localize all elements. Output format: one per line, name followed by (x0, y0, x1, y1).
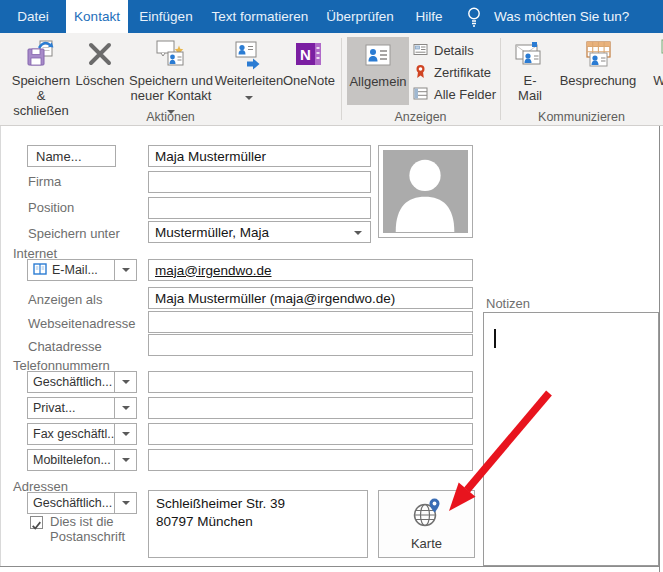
onenote-icon: N (293, 38, 325, 70)
ribbon: Speichern & schließen Löschen (0, 33, 663, 126)
tel-fax-label: Fax geschäftl.... (33, 427, 114, 441)
save-new-contact-button[interactable]: Speichern und neuer Kontakt (126, 36, 216, 108)
tel-privat-label: Privat... (33, 401, 75, 415)
alle-felder-label: Alle Felder (434, 87, 496, 102)
contact-card-icon (362, 39, 394, 71)
tel-geschaeftlich-split-button[interactable]: Geschäftlich... (27, 371, 137, 393)
tab-datei[interactable]: Datei (8, 0, 58, 33)
tel-fax-input[interactable] (148, 423, 473, 445)
alle-felder-button[interactable]: Alle Felder (413, 86, 496, 103)
group-label-aktionen: Aktionen (0, 109, 341, 125)
tab-kontakt[interactable]: Kontakt (66, 0, 128, 33)
contact-photo-placeholder[interactable] (378, 145, 473, 238)
tel-mobil-dropdown-arrow[interactable] (114, 450, 136, 470)
adresse-geschaeftlich-split-button[interactable]: Geschäftlich... (27, 492, 137, 514)
onenote-button[interactable]: N OneNote (282, 36, 336, 108)
tab-hilfe[interactable]: Hilfe (406, 0, 452, 33)
window-bottom-edge (0, 566, 660, 567)
speichern-unter-select[interactable]: Mustermüller, Maja (148, 221, 371, 243)
svg-text:N: N (300, 46, 311, 63)
email-book-icon (33, 262, 47, 279)
group-label-kommunizieren: Kommunizieren (500, 109, 663, 125)
globe-map-icon (412, 497, 442, 532)
tel-fax-split-button[interactable]: Fax geschäftl.... (27, 423, 137, 445)
tel-fax-dropdown-arrow[interactable] (114, 424, 136, 444)
forward-icon (233, 38, 265, 70)
tel-privat-dropdown-arrow[interactable] (114, 398, 136, 418)
save-new-label-1: Speichern und (129, 73, 213, 88)
dropdown-caret-icon (122, 406, 130, 410)
checkbox-checkmark-icon (31, 520, 42, 531)
anzeigen-als-input[interactable] (148, 287, 473, 309)
firma-label: Firma (28, 174, 61, 189)
email-button-label: E-Mail... (52, 263, 98, 277)
email-split-button[interactable]: E-Mail... (27, 259, 137, 281)
dropdown-caret-icon (122, 380, 130, 384)
tel-mobil-label: Mobiltelefon... (33, 453, 111, 467)
dropdown-caret-icon (122, 501, 130, 505)
window-right-edge (659, 126, 660, 572)
details-button[interactable]: Details (413, 42, 474, 59)
chatadresse-label: Chatadresse (28, 339, 102, 354)
save-close-button[interactable]: Speichern & schließen (8, 36, 74, 108)
details-label: Details (434, 43, 474, 58)
position-input[interactable] (148, 197, 371, 219)
tab-ueberpruefen[interactable]: Überprüfen (320, 0, 400, 33)
email-label-2: Mail (518, 88, 542, 103)
email-input[interactable] (148, 259, 473, 281)
adresse-line-2: 80797 München (156, 513, 360, 531)
besprechung-label: Besprechung (560, 73, 637, 88)
tel-mobil-input[interactable] (148, 449, 473, 471)
outlook-contact-window: Datei Kontakt Einfügen Text formatieren … (0, 0, 663, 572)
firma-input[interactable] (148, 171, 371, 193)
tel-privat-input[interactable] (148, 397, 473, 419)
save-close-icon (25, 38, 57, 70)
tab-einfuegen[interactable]: Einfügen (134, 0, 198, 33)
speichern-unter-label: Speichern unter (28, 226, 120, 241)
delete-button[interactable]: Löschen (76, 36, 124, 108)
weitere-button[interactable]: Weiter (642, 36, 663, 108)
name-input[interactable] (148, 145, 371, 167)
text-cursor (494, 329, 496, 348)
webseitenadresse-input[interactable] (148, 311, 473, 333)
details-icon (413, 42, 428, 60)
forward-caret (245, 89, 253, 104)
chatadresse-input[interactable] (148, 334, 473, 356)
ribbon-tab-bar: Datei Kontakt Einfügen Text formatieren … (0, 0, 663, 33)
speichern-unter-value: Mustermüller, Maja (155, 225, 269, 240)
adresse-line-1: Schleißheimer Str. 39 (156, 495, 360, 513)
tel-mobil-split-button[interactable]: Mobiltelefon... (27, 449, 137, 471)
photo-placeholder-silhouette-icon (383, 150, 468, 233)
forward-button[interactable]: Weiterleiten (218, 36, 280, 108)
zertifikate-label: Zertifikate (434, 65, 491, 80)
red-arrow-icon (440, 385, 560, 520)
allgemein-label: Allgemein (349, 74, 406, 89)
adresse-textarea[interactable]: Schleißheimer Str. 39 80797 München (148, 490, 368, 558)
tab-text-formatieren[interactable]: Text formatieren (204, 0, 316, 33)
notizen-label: Notizen (486, 296, 530, 311)
tel-privat-split-button[interactable]: Privat... (27, 397, 137, 419)
tell-me-search[interactable]: Was möchten Sie tun? (494, 0, 629, 33)
save-new-contact-icon (155, 38, 187, 70)
anzeigen-als-label: Anzeigen als (28, 292, 102, 307)
email-button[interactable]: E- Mail (507, 36, 553, 108)
forward-label: Weiterleiten (215, 73, 283, 88)
window-left-edge (0, 126, 1, 566)
email-label-1: E- (524, 73, 537, 88)
adresse-dropdown-arrow[interactable] (114, 493, 136, 513)
delete-x-icon (84, 38, 116, 70)
all-fields-icon (413, 86, 428, 104)
karte-label: Karte (411, 536, 442, 551)
meeting-calendar-icon (582, 38, 614, 70)
email-dropdown-arrow[interactable] (114, 260, 136, 280)
zertifikate-button[interactable]: Zertifikate (413, 64, 491, 81)
email-envelope-icon (514, 38, 546, 70)
besprechung-button[interactable]: Besprechung (555, 36, 641, 108)
tel-geschaeftlich-input[interactable] (148, 371, 473, 393)
group-separator (341, 38, 342, 120)
allgemein-button[interactable]: Allgemein (347, 37, 409, 105)
postanschrift-checkbox[interactable] (30, 516, 43, 529)
dropdown-caret-icon (122, 458, 130, 462)
name-button[interactable]: Name... (27, 145, 116, 167)
tel-geschaeftlich-dropdown-arrow[interactable] (114, 372, 136, 392)
